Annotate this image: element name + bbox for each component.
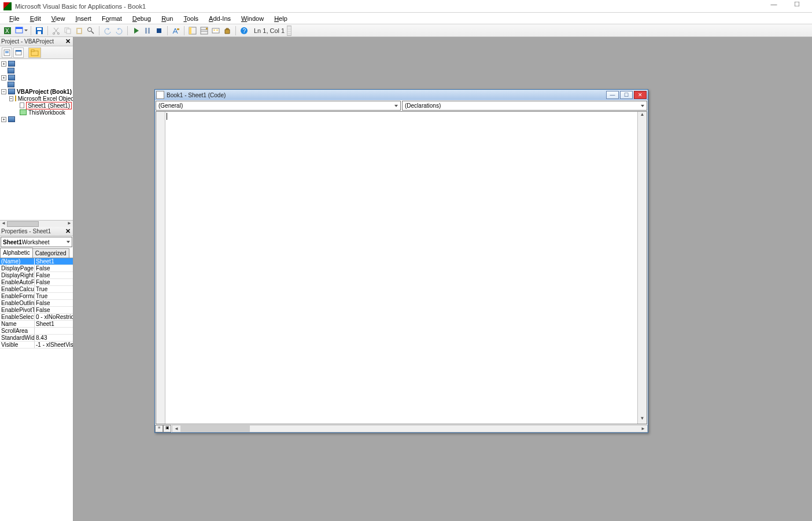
property-name: DisplayPageBreaks <box>0 265 35 271</box>
property-row[interactable]: EnableAutoFilterFalse <box>0 279 73 286</box>
code-window[interactable]: Book1 - Sheet1 (Code) — ☐ ✕ (General) (D… <box>154 89 648 433</box>
menu-format[interactable]: Format <box>97 14 127 23</box>
project-panel-title: Project - VBAProject ✕ <box>0 37 73 46</box>
tab-alphabetic[interactable]: Alphabetic <box>0 248 33 258</box>
tree-project-root[interactable]: VBAProject (Book1) <box>17 89 72 95</box>
expand-toggle[interactable]: + <box>1 117 6 122</box>
code-editor[interactable] <box>165 112 637 424</box>
menu-tools[interactable]: Tools <box>179 14 203 23</box>
full-module-view-button[interactable]: ▣ <box>163 425 171 432</box>
code-window-titlebar[interactable]: Book1 - Sheet1 (Code) — ☐ ✕ <box>155 90 648 100</box>
copy-button[interactable] <box>62 25 73 36</box>
insert-dropdown[interactable] <box>24 26 28 35</box>
menu-insert[interactable]: Insert <box>71 14 96 23</box>
property-row[interactable]: StandardWidth8.43 <box>0 335 73 342</box>
project-tree[interactable]: + + −VBAProject (Book1) −Microsoft Excel… <box>0 59 73 220</box>
view-object-button[interactable] <box>13 47 24 58</box>
property-name: Name <box>0 321 35 327</box>
toolbox-button[interactable] <box>222 25 232 36</box>
break-button[interactable] <box>142 25 153 36</box>
procedure-box[interactable]: (Declarations) <box>402 101 647 111</box>
chevron-down-icon <box>67 241 70 243</box>
object-browser-button[interactable] <box>211 25 221 36</box>
horizontal-scrollbar[interactable]: ◄► <box>172 425 648 432</box>
tab-categorized[interactable]: Categorized <box>32 248 69 258</box>
svg-rect-15 <box>145 28 147 34</box>
svg-point-13 <box>88 27 92 31</box>
property-value[interactable]: -1 - xlSheetVisible <box>35 342 73 348</box>
code-minimize-button[interactable]: — <box>606 91 619 99</box>
module-icon <box>8 68 14 74</box>
code-close-button[interactable]: ✕ <box>634 91 647 99</box>
insert-userform-button[interactable] <box>14 25 24 36</box>
menu-debug[interactable]: Debug <box>128 14 156 23</box>
menu-file[interactable]: File <box>5 14 24 23</box>
property-row[interactable]: DisplayRightToLeftFalse <box>0 272 73 279</box>
tree-thisworkbook[interactable]: ThisWorkbook <box>28 109 65 116</box>
cut-button[interactable] <box>51 25 61 36</box>
undo-button[interactable] <box>102 25 113 36</box>
property-row[interactable]: NameSheet1 <box>0 321 73 328</box>
design-mode-button[interactable] <box>171 25 181 36</box>
run-button[interactable] <box>131 25 141 36</box>
property-value[interactable]: False <box>35 300 73 306</box>
property-value[interactable]: Sheet1 <box>35 258 73 265</box>
property-row[interactable]: EnablePivotTableFalse <box>0 307 73 314</box>
property-value[interactable] <box>35 328 73 334</box>
property-value[interactable]: 0 - xlNoRestrictions <box>35 314 73 320</box>
code-maximize-button[interactable]: ☐ <box>620 91 633 99</box>
paste-button[interactable] <box>74 25 84 36</box>
reset-button[interactable] <box>154 25 164 36</box>
properties-panel-close[interactable]: ✕ <box>64 228 72 235</box>
property-value[interactable]: False <box>35 265 73 271</box>
property-value[interactable]: 8.43 <box>35 335 73 341</box>
menu-view[interactable]: View <box>47 14 70 23</box>
find-button[interactable] <box>86 25 96 36</box>
menu-addins[interactable]: Add-Ins <box>204 14 235 23</box>
save-button[interactable] <box>34 25 45 36</box>
tree-sheet1[interactable]: Sheet1 (Sheet1) <box>26 102 72 109</box>
property-row[interactable]: ScrollArea <box>0 328 73 335</box>
property-row[interactable]: EnableSelection0 - xlNoRestrictions <box>0 314 73 321</box>
redo-button[interactable] <box>114 25 124 36</box>
property-value[interactable]: False <box>35 279 73 285</box>
project-explorer-button[interactable] <box>187 25 198 36</box>
menu-run[interactable]: Run <box>157 14 178 23</box>
expand-toggle[interactable]: − <box>1 89 6 94</box>
property-value[interactable]: True <box>35 286 73 292</box>
property-row[interactable]: DisplayPageBreaksFalse <box>0 265 73 272</box>
vertical-scrollbar[interactable]: ▲▼ <box>637 112 647 424</box>
project-horizontal-scrollbar[interactable]: ◄► <box>0 220 73 227</box>
tree-objects-folder[interactable]: Microsoft Excel Objects <box>18 96 73 102</box>
toggle-folders-button[interactable] <box>28 47 41 58</box>
procedure-view-button[interactable]: ≡ <box>155 425 163 432</box>
object-selector[interactable]: Sheet1 Worksheet <box>1 237 72 247</box>
help-button[interactable]: ? <box>239 25 249 36</box>
minimize-button[interactable]: — <box>762 1 785 12</box>
property-value[interactable]: False <box>35 307 73 313</box>
toolbar-grip[interactable] <box>287 25 291 36</box>
expand-toggle[interactable]: + <box>1 61 6 67</box>
property-value[interactable]: Sheet1 <box>35 321 73 327</box>
view-excel-button[interactable]: X <box>2 25 13 36</box>
svg-rect-24 <box>206 28 208 30</box>
property-row[interactable]: EnableOutliningFalse <box>0 300 73 307</box>
expand-toggle[interactable]: − <box>9 96 13 101</box>
property-row[interactable]: EnableCalculationTrue <box>0 286 73 293</box>
project-panel-close[interactable]: ✕ <box>64 38 72 45</box>
properties-grid[interactable]: (Name)Sheet1DisplayPageBreaksFalseDispla… <box>0 258 73 521</box>
property-value[interactable]: True <box>35 293 73 299</box>
maximize-button[interactable]: ☐ <box>785 1 809 12</box>
property-row[interactable]: Visible-1 - xlSheetVisible <box>0 342 73 348</box>
menu-help[interactable]: Help <box>270 14 292 23</box>
margin-indicator-bar[interactable] <box>156 112 165 424</box>
properties-window-button[interactable] <box>199 25 209 36</box>
view-code-button[interactable] <box>2 47 12 58</box>
property-row[interactable]: EnableFormatConditionsCalculationTrue <box>0 293 73 300</box>
property-value[interactable]: False <box>35 272 73 278</box>
expand-toggle[interactable]: + <box>1 75 6 80</box>
property-row[interactable]: (Name)Sheet1 <box>0 258 73 265</box>
menu-edit[interactable]: Edit <box>25 14 46 23</box>
object-box[interactable]: (General) <box>156 101 401 111</box>
menu-window[interactable]: Window <box>237 14 268 23</box>
